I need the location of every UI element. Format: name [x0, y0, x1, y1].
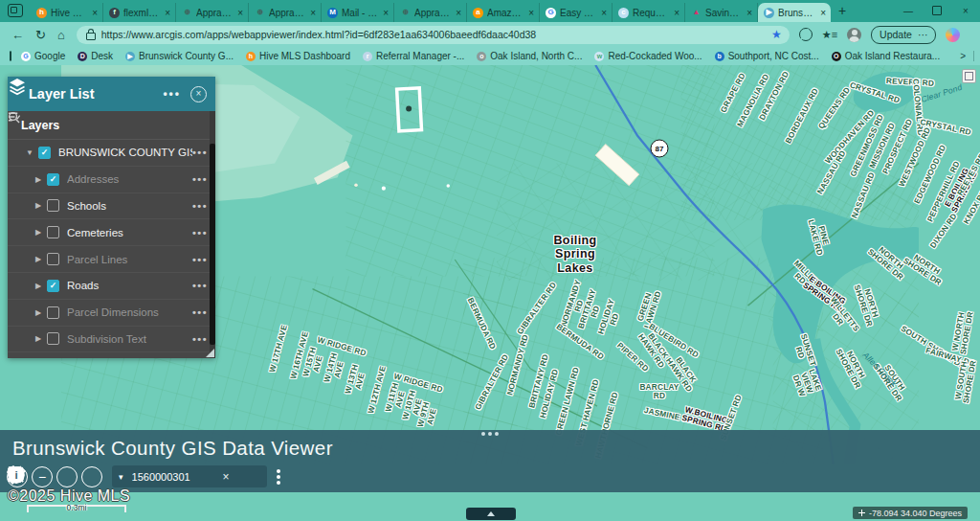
layer-row[interactable]: ▶Schools•••: [8, 193, 215, 220]
overview-map-icon[interactable]: [962, 69, 976, 83]
home-button[interactable]: [56, 466, 78, 487]
map-canvas[interactable]: REVERE RDCOLONIAL RDCRYSTAL RDCRYSTAL RD…: [0, 65, 980, 521]
layer-list-header[interactable]: Layer List ••• ×: [8, 77, 215, 111]
minimize-button[interactable]: —: [894, 6, 923, 16]
layer-checkbox[interactable]: [47, 253, 59, 265]
update-button[interactable]: Update ···: [871, 26, 936, 44]
bookmark-item[interactable]: ▶Brunswick County G...: [125, 51, 234, 61]
tab-close-icon[interactable]: ×: [164, 8, 171, 18]
layer-checkbox[interactable]: [47, 332, 59, 345]
scrollbar-thumb[interactable]: [210, 144, 215, 345]
more-tools-icon[interactable]: [277, 475, 280, 479]
bookmark-item[interactable]: wRed-Cockaded Woo...: [594, 51, 702, 61]
browser-tab[interactable]: ⊕Appraisal×: [394, 3, 467, 22]
layer-list-icon[interactable]: [368, 466, 389, 487]
bookmarks-panel-icon[interactable]: [10, 51, 11, 61]
bookmark-item[interactable]: oOak Island, North C...: [477, 51, 582, 61]
bookmark-item[interactable]: hHive MLS Dashboard: [246, 51, 350, 61]
panel-scrollbar[interactable]: [210, 111, 215, 358]
home-icon[interactable]: ⌂: [57, 28, 65, 42]
close-button[interactable]: ×: [951, 6, 980, 16]
tab-close-icon[interactable]: ×: [746, 8, 753, 18]
panel-resize-handle[interactable]: [206, 349, 214, 357]
tab-close-icon[interactable]: ×: [309, 8, 317, 18]
browser-tab[interactable]: MMail - Ma×: [322, 3, 394, 22]
layer-row[interactable]: ▶Cemeteries•••: [8, 219, 215, 246]
query-icon[interactable]: [404, 466, 424, 487]
layer-expand-icon[interactable]: ▶: [33, 228, 43, 237]
layer-menu-icon[interactable]: •••: [192, 280, 208, 291]
bookmark-item[interactable]: bSouthport, NC Cost...: [715, 51, 819, 61]
legend-icon[interactable]: [333, 466, 353, 487]
bar-drag-handle[interactable]: [488, 432, 492, 436]
layer-menu-icon[interactable]: •••: [192, 333, 208, 345]
tab-close-icon[interactable]: ×: [236, 8, 244, 18]
layer-expand-icon[interactable]: ▶: [33, 175, 43, 184]
browser-tab[interactable]: aAmazon F×: [467, 3, 540, 22]
bookmark-item[interactable]: DDesk: [78, 51, 113, 61]
attribute-table-toggle[interactable]: [466, 508, 516, 520]
crosshair-icon[interactable]: [858, 510, 865, 516]
share-icon[interactable]: [581, 466, 601, 487]
layer-row[interactable]: ▶✓Roads•••: [8, 273, 215, 300]
browser-tab[interactable]: ▶Brunswick×: [758, 3, 831, 22]
about-icon[interactable]: i: [652, 466, 672, 487]
layer-checkbox[interactable]: [47, 306, 59, 319]
tab-close-icon[interactable]: ×: [455, 8, 462, 18]
layer-menu-icon[interactable]: •••: [192, 227, 208, 238]
tab-actions-icon[interactable]: [8, 4, 23, 17]
layer-row[interactable]: ▼✓BRUNSWICK COUNTY GIS•••: [8, 140, 215, 167]
settings-ellipsis-icon[interactable]: ···: [918, 29, 928, 40]
tab-close-icon[interactable]: ×: [382, 8, 390, 18]
browser-tab[interactable]: ⊕Appraisal×: [176, 3, 249, 22]
tab-close-icon[interactable]: ×: [819, 8, 827, 18]
browser-tab[interactable]: cRequest fo×: [612, 3, 685, 22]
panel-close-icon[interactable]: ×: [190, 86, 207, 102]
panel-menu-icon[interactable]: •••: [163, 87, 181, 101]
bookmarks-overflow-chevron[interactable]: >: [952, 51, 974, 61]
layer-expand-icon[interactable]: ▼: [25, 148, 34, 157]
bookmark-item[interactable]: GGoogle: [21, 51, 65, 61]
tab-close-icon[interactable]: ×: [91, 8, 99, 18]
layer-row[interactable]: ▶✓Addresses•••: [8, 167, 215, 193]
browser-tab[interactable]: ⊕Appraisal×: [249, 3, 322, 22]
layer-checkbox[interactable]: ✓: [38, 147, 51, 159]
layer-checkbox[interactable]: ✓: [47, 280, 59, 292]
layer-row[interactable]: ▶Parcel Lines•••: [8, 246, 215, 273]
split-screen-icon[interactable]: [799, 28, 813, 41]
browser-tab[interactable]: ▲Savings &×: [685, 3, 758, 22]
layer-menu-icon[interactable]: •••: [192, 254, 208, 265]
print-icon[interactable]: [546, 466, 566, 487]
measure-icon[interactable]: [510, 466, 530, 487]
browser-tab[interactable]: hHive MLS×: [31, 3, 103, 22]
maximize-button[interactable]: [923, 6, 951, 17]
profile-avatar[interactable]: [847, 28, 861, 42]
layer-menu-icon[interactable]: •••: [192, 173, 208, 185]
layer-checkbox[interactable]: [47, 226, 59, 238]
tab-close-icon[interactable]: ×: [600, 8, 608, 18]
layer-checkbox[interactable]: ✓: [47, 173, 59, 186]
parcel-search-box[interactable]: ▾ ×: [112, 465, 267, 487]
new-tab-button[interactable]: +: [838, 3, 846, 18]
tab-close-icon[interactable]: ×: [673, 8, 680, 18]
search-input[interactable]: [130, 470, 218, 484]
zoom-out-button[interactable]: −: [32, 466, 53, 487]
layer-expand-icon[interactable]: ▶: [33, 255, 43, 263]
layer-row[interactable]: ▶Contours•••: [8, 352, 215, 358]
basemap-gallery-icon[interactable]: [298, 466, 318, 487]
layer-menu-icon[interactable]: •••: [192, 200, 208, 212]
locate-button[interactable]: [81, 466, 102, 487]
select-icon[interactable]: [439, 466, 459, 487]
bookmark-item[interactable]: OOak Island Restaura...: [832, 51, 941, 61]
other-favorites-button[interactable]: Other favorites: [974, 46, 980, 67]
layer-row[interactable]: ▶Subdivision Text•••: [8, 327, 215, 353]
layer-checkbox[interactable]: [47, 199, 59, 212]
layer-expand-icon[interactable]: ▶: [33, 334, 43, 343]
search-clear-icon[interactable]: ×: [218, 470, 234, 484]
layer-expand-icon[interactable]: ▶: [33, 201, 43, 210]
address-bar[interactable]: https://www.arcgis.com/apps/webappviewer…: [77, 26, 790, 44]
search-source-dropdown-icon[interactable]: ▾: [112, 472, 130, 482]
copilot-icon[interactable]: [946, 28, 960, 42]
bookmark-item[interactable]: rReferral Manager -...: [363, 51, 464, 61]
layer-expand-icon[interactable]: ▶: [33, 282, 43, 290]
